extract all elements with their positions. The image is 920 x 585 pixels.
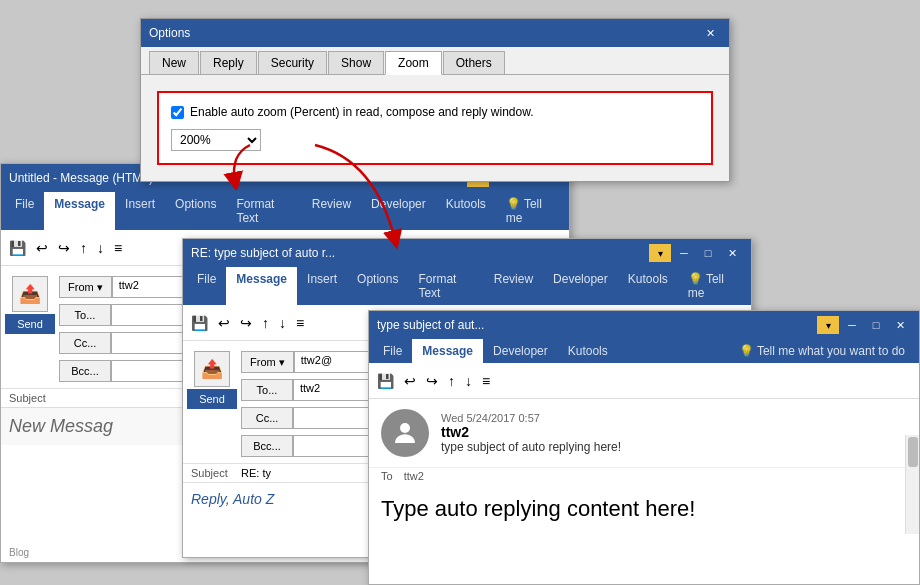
options-tab-reply[interactable]: Reply bbox=[200, 51, 257, 74]
cc-value-2[interactable] bbox=[293, 407, 373, 429]
cc-row-2: Cc... bbox=[241, 405, 374, 431]
send-column-1: 📤 Send bbox=[5, 270, 55, 334]
tab-options-2[interactable]: Options bbox=[347, 267, 408, 305]
win-controls-3: ▾ ─ □ ✕ bbox=[817, 316, 911, 334]
tab-file-1[interactable]: File bbox=[5, 192, 44, 230]
field-labels-2: From ▾ ttw2@ To... ttw2 Cc... Bcc... bbox=[241, 349, 374, 459]
options-tab-zoom[interactable]: Zoom bbox=[385, 51, 442, 75]
minimize-btn-3[interactable]: ─ bbox=[841, 316, 863, 334]
zoom-dropdown: 100% 125% 150% 175% 200% bbox=[171, 129, 699, 151]
tab-developer-2[interactable]: Developer bbox=[543, 267, 618, 305]
footer-blog: Blog bbox=[9, 547, 29, 558]
undo-icon-2[interactable]: ↩ bbox=[214, 312, 234, 334]
bcc-value-2[interactable] bbox=[293, 435, 373, 457]
options-tab-security[interactable]: Security bbox=[258, 51, 327, 74]
sender-info-3: Wed 5/24/2017 0:57 ttw2 type subject of … bbox=[441, 412, 907, 454]
send-column-2: 📤 Send bbox=[187, 345, 237, 409]
to-btn-1[interactable]: To... bbox=[59, 304, 111, 326]
tab-review-1[interactable]: Review bbox=[302, 192, 361, 230]
options-title: Options bbox=[149, 26, 699, 40]
options-close-btn[interactable]: ✕ bbox=[699, 24, 721, 42]
tab-kutools-1[interactable]: Kutools bbox=[436, 192, 496, 230]
save-icon-3[interactable]: 💾 bbox=[373, 370, 398, 392]
ribbon-3: File Message Developer Kutools 💡 Tell me… bbox=[369, 339, 919, 363]
from-value-1: ttw2 bbox=[112, 276, 192, 298]
ribbon-toggle-btn-3[interactable]: ▾ bbox=[817, 316, 839, 334]
more-icon-1[interactable]: ≡ bbox=[110, 237, 126, 259]
from-btn-1[interactable]: From ▾ bbox=[59, 276, 112, 298]
tab-message-2[interactable]: Message bbox=[226, 267, 297, 305]
zoom-checkbox-row: Enable auto zoom (Percent) in read, comp… bbox=[171, 105, 699, 119]
reading-body-3[interactable]: Type auto replying content here! bbox=[369, 484, 919, 534]
redo-icon-3[interactable]: ↪ bbox=[422, 370, 442, 392]
tab-options-1[interactable]: Options bbox=[165, 192, 226, 230]
options-title-bar: Options ✕ bbox=[141, 19, 729, 47]
zoom-checkbox[interactable] bbox=[171, 106, 184, 119]
down-icon-1[interactable]: ↓ bbox=[93, 237, 108, 259]
save-icon-2[interactable]: 💾 bbox=[187, 312, 212, 334]
tab-message-1[interactable]: Message bbox=[44, 192, 115, 230]
cc-btn-1[interactable]: Cc... bbox=[59, 332, 111, 354]
tab-developer-3[interactable]: Developer bbox=[483, 339, 558, 363]
save-icon-1[interactable]: 💾 bbox=[5, 237, 30, 259]
tab-insert-2[interactable]: Insert bbox=[297, 267, 347, 305]
tab-kutools-3[interactable]: Kutools bbox=[558, 339, 618, 363]
tab-tellme-3[interactable]: 💡 Tell me what you want to do bbox=[729, 339, 915, 363]
zoom-checkbox-label[interactable]: Enable auto zoom (Percent) in read, comp… bbox=[190, 105, 534, 119]
tab-developer-1[interactable]: Developer bbox=[361, 192, 436, 230]
maximize-btn-3[interactable]: □ bbox=[865, 316, 887, 334]
options-tab-show[interactable]: Show bbox=[328, 51, 384, 74]
options-tab-others[interactable]: Others bbox=[443, 51, 505, 74]
tab-file-3[interactable]: File bbox=[373, 339, 412, 363]
maximize-btn-2[interactable]: □ bbox=[697, 244, 719, 262]
down-icon-3[interactable]: ↓ bbox=[461, 370, 476, 392]
send-btn-2[interactable]: Send bbox=[187, 389, 237, 409]
scroll-thumb-3[interactable] bbox=[908, 437, 918, 467]
tab-kutools-2[interactable]: Kutools bbox=[618, 267, 678, 305]
zoom-select[interactable]: 100% 125% 150% 175% 200% bbox=[171, 129, 261, 151]
tab-format-1[interactable]: Format Text bbox=[226, 192, 301, 230]
send-btn-1[interactable]: Send bbox=[5, 314, 55, 334]
up-icon-1[interactable]: ↑ bbox=[76, 237, 91, 259]
from-btn-2[interactable]: From ▾ bbox=[241, 351, 294, 373]
tab-tellme-1[interactable]: 💡 Tell me bbox=[496, 192, 565, 230]
more-icon-2[interactable]: ≡ bbox=[292, 312, 308, 334]
tab-insert-1[interactable]: Insert bbox=[115, 192, 165, 230]
undo-icon-3[interactable]: ↩ bbox=[400, 370, 420, 392]
options-tabs: New Reply Security Show Zoom Others bbox=[141, 47, 729, 75]
close-btn-2[interactable]: ✕ bbox=[721, 244, 743, 262]
close-btn-3[interactable]: ✕ bbox=[889, 316, 911, 334]
win-controls-2: ▾ ─ □ ✕ bbox=[649, 244, 743, 262]
bcc-btn-2[interactable]: Bcc... bbox=[241, 435, 293, 457]
reading-to-row-3: To ttw2 bbox=[369, 467, 919, 484]
cc-btn-2[interactable]: Cc... bbox=[241, 407, 293, 429]
tab-file-2[interactable]: File bbox=[187, 267, 226, 305]
options-tab-new[interactable]: New bbox=[149, 51, 199, 74]
scrollbar-3[interactable] bbox=[905, 435, 919, 534]
undo-icon-1[interactable]: ↩ bbox=[32, 237, 52, 259]
more-icon-3[interactable]: ≡ bbox=[478, 370, 494, 392]
redo-icon-1[interactable]: ↪ bbox=[54, 237, 74, 259]
ribbon-tabs-1: File Message Insert Options Format Text … bbox=[1, 192, 569, 230]
tab-message-3[interactable]: Message bbox=[412, 339, 483, 363]
down-icon-2[interactable]: ↓ bbox=[275, 312, 290, 334]
tab-review-2[interactable]: Review bbox=[484, 267, 543, 305]
reply-body-text: Reply, Auto Z bbox=[191, 491, 274, 507]
bcc-btn-1[interactable]: Bcc... bbox=[59, 360, 111, 382]
ribbon-2: File Message Insert Options Format Text … bbox=[183, 267, 751, 305]
tab-tellme-2[interactable]: 💡 Tell me bbox=[678, 267, 747, 305]
person-icon bbox=[390, 418, 420, 448]
options-dialog: Options ✕ New Reply Security Show Zoom O… bbox=[140, 18, 730, 182]
sender-name-3: ttw2 bbox=[441, 424, 907, 440]
send-icon-1: 📤 bbox=[12, 276, 48, 312]
tab-format-2[interactable]: Format Text bbox=[408, 267, 483, 305]
toolbar-3: 💾 ↩ ↪ ↑ ↓ ≡ bbox=[369, 363, 919, 399]
up-icon-3[interactable]: ↑ bbox=[444, 370, 459, 392]
options-body: Enable auto zoom (Percent) in read, comp… bbox=[141, 75, 729, 181]
minimize-btn-2[interactable]: ─ bbox=[673, 244, 695, 262]
to-btn-2[interactable]: To... bbox=[241, 379, 293, 401]
zoom-box: Enable auto zoom (Percent) in read, comp… bbox=[157, 91, 713, 165]
ribbon-toggle-btn-2[interactable]: ▾ bbox=[649, 244, 671, 262]
redo-icon-2[interactable]: ↪ bbox=[236, 312, 256, 334]
up-icon-2[interactable]: ↑ bbox=[258, 312, 273, 334]
